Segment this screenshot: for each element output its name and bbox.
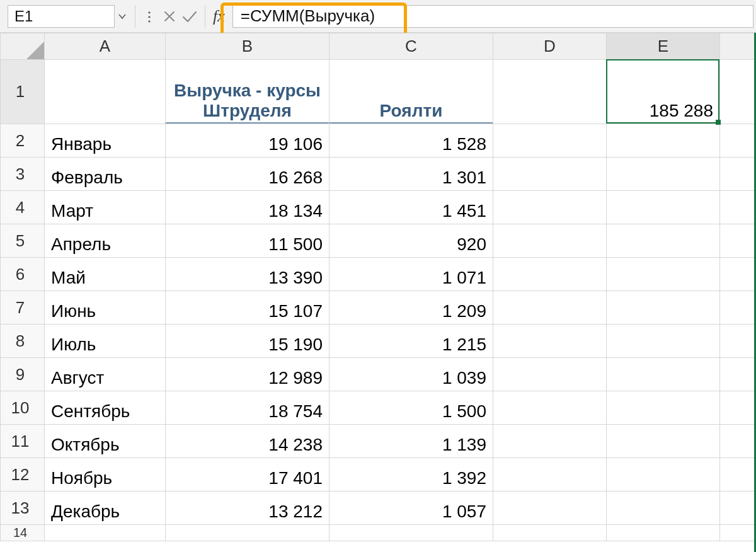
cell-C3[interactable]: 1 301 — [329, 158, 493, 191]
cell-A6[interactable]: Май — [45, 258, 166, 291]
sheet-table[interactable]: A B C D E 1 Выручка - курсы Штруделя Роя… — [0, 33, 756, 541]
cell-E9[interactable] — [607, 358, 720, 391]
cell-A11[interactable]: Октябрь — [45, 425, 166, 458]
cell-B4[interactable]: 18 134 — [166, 191, 329, 224]
cell-E1[interactable]: 185 288 — [607, 60, 720, 124]
cell-C4[interactable]: 1 451 — [329, 191, 493, 224]
col-header-next[interactable] — [720, 33, 757, 60]
cell-D9[interactable] — [493, 358, 607, 391]
row-header[interactable]: 11 — [1, 425, 45, 458]
cell-A2[interactable]: Январь — [45, 124, 166, 158]
grid[interactable]: A B C D E 1 Выручка - курсы Штруделя Роя… — [0, 33, 756, 552]
fx-icon[interactable]: fx — [213, 7, 225, 26]
cell-E12[interactable] — [607, 458, 720, 492]
cell-C12[interactable]: 1 392 — [329, 458, 493, 492]
cell-C9[interactable]: 1 039 — [329, 358, 493, 391]
cell-E7[interactable] — [607, 291, 720, 325]
cell-F8[interactable] — [720, 325, 757, 358]
cell-C13[interactable]: 1 057 — [329, 492, 493, 525]
cancel-button[interactable] — [159, 5, 180, 28]
enter-button[interactable] — [180, 5, 200, 28]
col-header-A[interactable]: A — [45, 33, 166, 60]
cell-B12[interactable]: 17 401 — [166, 458, 329, 492]
row-header[interactable]: 6 — [1, 258, 45, 291]
cell-B3[interactable]: 16 268 — [166, 158, 329, 191]
cell-B5[interactable]: 11 500 — [166, 224, 329, 258]
cell-B2[interactable]: 19 106 — [166, 124, 329, 158]
cell-C11[interactable]: 1 139 — [329, 425, 493, 458]
row-header[interactable]: 9 — [1, 358, 45, 391]
row-header[interactable]: 8 — [1, 325, 45, 358]
cell-D12[interactable] — [493, 458, 607, 492]
row-header[interactable]: 1 — [1, 60, 45, 124]
cell-F7[interactable] — [720, 291, 757, 325]
cell-D8[interactable] — [493, 325, 607, 358]
cell-D5[interactable] — [493, 224, 607, 258]
cell-E2[interactable] — [607, 124, 720, 158]
cell-B11[interactable]: 14 238 — [166, 425, 329, 458]
row-header[interactable]: 3 — [1, 158, 45, 191]
cell-A10[interactable]: Сентябрь — [45, 391, 166, 425]
cell-E10[interactable] — [607, 391, 720, 425]
cell-E5[interactable] — [607, 224, 720, 258]
cell-F13[interactable] — [720, 492, 757, 525]
row-header[interactable]: 5 — [1, 224, 45, 258]
cell-B9[interactable]: 12 989 — [166, 358, 329, 391]
cell-D10[interactable] — [493, 391, 607, 425]
cell-F12[interactable] — [720, 458, 757, 492]
col-header-D[interactable]: D — [493, 33, 607, 60]
cell-F3[interactable] — [720, 158, 757, 191]
row-header[interactable]: 7 — [1, 291, 45, 325]
cell-B1[interactable]: Выручка - курсы Штруделя — [166, 60, 329, 124]
col-header-B[interactable]: B — [166, 33, 329, 60]
cell-B13[interactable]: 13 212 — [166, 492, 329, 525]
cell-B7[interactable]: 15 107 — [166, 291, 329, 325]
formula-input[interactable] — [232, 5, 753, 28]
cell-D3[interactable] — [493, 158, 607, 191]
cell-A3[interactable]: Февраль — [45, 158, 166, 191]
row-header[interactable]: 10 — [1, 391, 45, 425]
cell-E3[interactable] — [607, 158, 720, 191]
cell-A13[interactable]: Декабрь — [45, 492, 166, 525]
cell-C1[interactable]: Роялти — [329, 60, 493, 124]
cell-A4[interactable]: Март — [45, 191, 166, 224]
col-header-C[interactable]: C — [329, 33, 493, 60]
cell-F5[interactable] — [720, 224, 757, 258]
row-header[interactable]: 14 — [1, 525, 45, 541]
cell-A8[interactable]: Июль — [45, 325, 166, 358]
cell-F1[interactable] — [720, 60, 757, 124]
cell-A9[interactable]: Август — [45, 358, 166, 391]
cell-C7[interactable]: 1 209 — [329, 291, 493, 325]
row-header[interactable]: 13 — [1, 492, 45, 525]
name-box[interactable] — [8, 5, 115, 28]
cell-B8[interactable]: 15 190 — [166, 325, 329, 358]
cell-C10[interactable]: 1 500 — [329, 391, 493, 425]
cell-F4[interactable] — [720, 191, 757, 224]
cell-A1[interactable] — [45, 60, 166, 124]
cell-F2[interactable] — [720, 124, 757, 158]
cell-D7[interactable] — [493, 291, 607, 325]
cell-B6[interactable]: 13 390 — [166, 258, 329, 291]
cell-C6[interactable]: 1 071 — [329, 258, 493, 291]
select-all-corner[interactable] — [1, 33, 45, 60]
cell-D11[interactable] — [493, 425, 607, 458]
cell-B10[interactable]: 18 754 — [166, 391, 329, 425]
cell-C5[interactable]: 920 — [329, 224, 493, 258]
cell-F10[interactable] — [720, 391, 757, 425]
cell-C8[interactable]: 1 215 — [329, 325, 493, 358]
cell-F6[interactable] — [720, 258, 757, 291]
cell-F11[interactable] — [720, 425, 757, 458]
cell-E6[interactable] — [607, 258, 720, 291]
cell-C2[interactable]: 1 528 — [329, 124, 493, 158]
row-header[interactable]: 4 — [1, 191, 45, 224]
cell-D1[interactable] — [493, 60, 607, 124]
cell-D6[interactable] — [493, 258, 607, 291]
cell-A12[interactable]: Ноябрь — [45, 458, 166, 492]
cell-E13[interactable] — [607, 492, 720, 525]
row-header[interactable]: 12 — [1, 458, 45, 492]
cell-D2[interactable] — [493, 124, 607, 158]
row-header[interactable]: 2 — [1, 124, 45, 158]
name-box-dropdown[interactable] — [115, 5, 130, 28]
cell-D4[interactable] — [493, 191, 607, 224]
cell-A5[interactable]: Апрель — [45, 224, 166, 258]
